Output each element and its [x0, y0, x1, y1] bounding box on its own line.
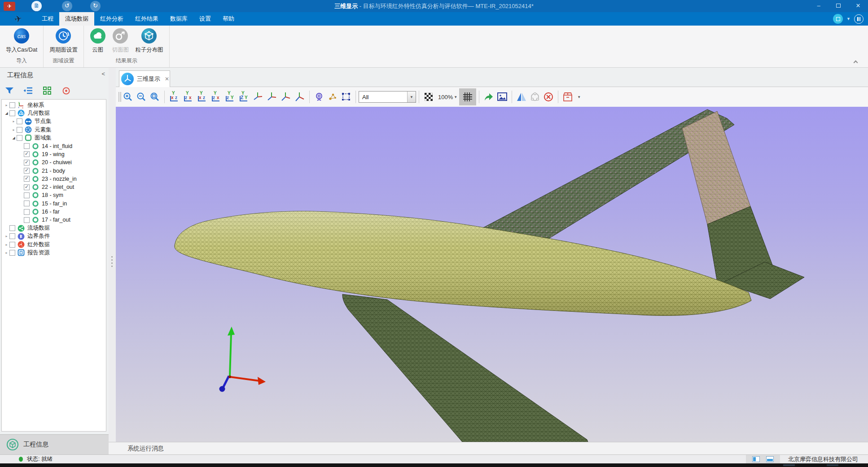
tree-item-23-nozzle_in[interactable]: 23 - nozzle_in: [2, 175, 106, 183]
menu-item-工程[interactable]: 工程: [36, 12, 59, 26]
menu-item-数据库[interactable]: 数据库: [164, 12, 193, 26]
view-back-button[interactable]: Y z x: [181, 90, 195, 104]
cancel-button[interactable]: [542, 89, 555, 105]
panel-splitter[interactable]: [109, 68, 116, 442]
panel-collapse-button[interactable]: <: [101, 70, 105, 77]
zoom-fit-button[interactable]: [148, 89, 162, 105]
view-bottom-button[interactable]: Y Z Y: [237, 90, 251, 104]
help-manual-button[interactable]: [854, 14, 864, 24]
display-set-combobox[interactable]: All ▼: [359, 91, 416, 103]
splitter-handle[interactable]: [111, 256, 113, 269]
tree-item-19-wing[interactable]: 19 - wing: [2, 150, 106, 158]
tree-item-坐标系[interactable]: ▸zxY坐标系: [2, 101, 106, 109]
visibility-checkbox[interactable]: [9, 242, 15, 248]
tab-close-icon[interactable]: ✕: [165, 76, 169, 82]
particle-distribution-button[interactable]: 粒子分布图: [132, 26, 167, 54]
visibility-checkbox[interactable]: [9, 225, 15, 231]
zoom-percent-label[interactable]: 100%: [438, 94, 453, 100]
visibility-checkbox[interactable]: [24, 143, 30, 149]
tree-item-面域集[interactable]: ◢面域集: [2, 134, 106, 142]
expand-arrow-icon[interactable]: ◢: [11, 136, 17, 140]
import-cas-dat-button[interactable]: cas导入Cas/Dat: [3, 26, 40, 54]
tree-item-21-body[interactable]: 21 - body: [2, 166, 106, 175]
visibility-checkbox[interactable]: [24, 160, 30, 166]
view-top-button[interactable]: Y z Y: [223, 90, 237, 104]
3d-viewport[interactable]: [116, 107, 868, 442]
tree-item-节点集[interactable]: ▸节点集: [2, 118, 106, 126]
archive-box-button[interactable]: [561, 89, 574, 105]
visibility-checkbox[interactable]: [24, 184, 30, 190]
zoom-in-button[interactable]: [121, 89, 135, 105]
view-iso-2-button[interactable]: [265, 90, 279, 104]
export-forward-button[interactable]: [482, 89, 495, 105]
view-iso-3-button[interactable]: [279, 90, 293, 104]
perspective-camera-button[interactable]: [312, 89, 326, 105]
close-button[interactable]: ✕: [848, 0, 868, 12]
share-network-button[interactable]: [528, 89, 542, 105]
ribbon-collapse-button[interactable]: [854, 60, 858, 64]
archive-dropdown-icon[interactable]: ▼: [577, 95, 581, 99]
expand-arrow-icon[interactable]: ▸: [4, 234, 9, 238]
visibility-checkbox[interactable]: [24, 192, 30, 198]
tree-item-18-sym[interactable]: 18 - sym: [2, 191, 106, 199]
grid-view-icon[interactable]: [42, 86, 52, 96]
tab-3d-display[interactable]: 三维显示 ✕: [119, 70, 170, 87]
expand-arrow-icon[interactable]: ▸: [11, 119, 17, 123]
visibility-checkbox[interactable]: [24, 151, 30, 157]
panel-footer-tab[interactable]: 工程信息: [0, 434, 109, 454]
visibility-checkbox[interactable]: [9, 233, 15, 239]
expand-arrow-icon[interactable]: ▸: [11, 128, 17, 132]
tree-item-元素集[interactable]: ▸元素集: [2, 126, 106, 134]
contour-plot-button[interactable]: 云图: [87, 26, 109, 54]
combobox-dropdown-icon[interactable]: ▼: [407, 92, 416, 102]
tree-item-报告资源[interactable]: ▸报告资源: [2, 249, 106, 257]
visibility-checkbox[interactable]: [9, 110, 15, 116]
tree-item-22-inlet_out[interactable]: 22 - inlet_out: [2, 183, 106, 191]
zoom-out-button[interactable]: [135, 89, 148, 105]
filter-icon[interactable]: [4, 86, 14, 96]
view-front-button[interactable]: Y x z: [167, 90, 181, 104]
tree-item-边界条件[interactable]: ▸边界条件: [2, 232, 106, 240]
screenshot-image-button[interactable]: [495, 89, 509, 105]
tree-item-20-chuiwei[interactable]: 20 - chuiwei: [2, 158, 106, 166]
tree-item-红外数据[interactable]: ▸红外数据: [2, 240, 106, 249]
visibility-checkbox[interactable]: [24, 217, 30, 223]
box-select-button[interactable]: [339, 89, 353, 105]
view-iso-4-button[interactable]: [293, 90, 307, 104]
zoom-dropdown-icon[interactable]: ▼: [454, 95, 457, 99]
tree-item-流场数据[interactable]: 流场数据: [2, 224, 106, 232]
tree-item-14-int_fluid[interactable]: 14 - int_fluid: [2, 142, 106, 150]
layout-left-panel-toggle[interactable]: [752, 456, 760, 462]
tree-item-16-far[interactable]: 16 - far: [2, 208, 106, 216]
menu-item-流场数据[interactable]: 流场数据: [59, 12, 94, 26]
visibility-checkbox[interactable]: [17, 135, 22, 141]
visibility-checkbox[interactable]: [24, 176, 30, 182]
visibility-checkbox[interactable]: [24, 201, 30, 206]
expand-arrow-icon[interactable]: ▸: [4, 251, 9, 255]
visibility-checkbox[interactable]: [9, 102, 15, 108]
visibility-checkbox[interactable]: [24, 209, 30, 215]
minimize-button[interactable]: –: [809, 0, 829, 12]
visibility-checkbox[interactable]: [17, 127, 22, 133]
transparency-checkerboard-icon[interactable]: [422, 89, 435, 105]
tree-item-15-far_in[interactable]: 15 - far_in: [2, 200, 106, 208]
visibility-checkbox[interactable]: [17, 118, 22, 124]
expand-arrow-icon[interactable]: ▸: [4, 103, 9, 107]
menu-item-红外结果[interactable]: 红外结果: [129, 12, 164, 26]
expand-arrow-icon[interactable]: ◢: [4, 111, 9, 115]
view-right-button[interactable]: Y z x: [209, 90, 223, 104]
view-left-button[interactable]: Y x z: [195, 90, 209, 104]
visibility-checkbox[interactable]: [9, 250, 15, 256]
target-locate-icon[interactable]: [61, 86, 71, 96]
menu-item-帮助[interactable]: 帮助: [217, 12, 240, 26]
layout-bottom-panel-toggle[interactable]: [766, 456, 774, 462]
menu-item-红外分析[interactable]: 红外分析: [94, 12, 129, 26]
theme-toggle-button[interactable]: [833, 14, 843, 24]
mesh-grid-toggle-button[interactable]: [459, 88, 476, 105]
periodic-face-settings-button[interactable]: 周期面设置: [46, 26, 81, 54]
tree-item-几何数据[interactable]: ◢几何数据: [2, 109, 106, 117]
menu-item-设置[interactable]: 设置: [193, 12, 217, 26]
tree-item-17-far_out[interactable]: 17 - far_out: [2, 216, 106, 224]
chevron-down-icon[interactable]: ▼: [846, 17, 850, 21]
list-outline-icon[interactable]: [23, 86, 33, 96]
